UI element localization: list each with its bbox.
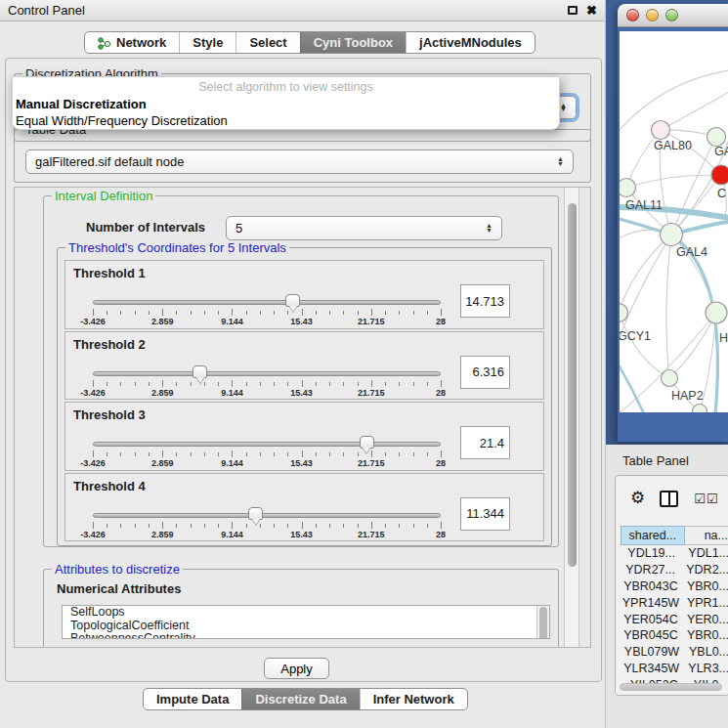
table-row[interactable]: YBR045CYBR0... <box>621 627 728 644</box>
thresholds-group-label: Threshold's Coordinates for 5 Intervals <box>65 240 289 255</box>
apply-button[interactable]: Apply <box>264 658 329 679</box>
tab-network[interactable]: Network <box>85 32 179 53</box>
cell-shared-name[interactable]: YER054C <box>621 613 681 626</box>
tab-label: Cyni Toolbox <box>314 35 393 50</box>
attribute-item[interactable]: BetweennessCentrality <box>63 632 549 639</box>
table-row[interactable]: YBR043CYBR0... <box>621 578 728 595</box>
network-node-unlabeled[interactable] <box>693 405 707 413</box>
tab-select[interactable]: Select <box>236 32 299 53</box>
tab-label: Select <box>249 35 286 50</box>
threshold-2-value-field[interactable]: 6.316 <box>460 356 510 389</box>
settings-scroll-area: Interval Definition Number of Intervals … <box>14 187 591 648</box>
threshold-3-value-field[interactable]: 21.4 <box>460 426 510 459</box>
tab-discretize-data[interactable]: Discretize Data <box>241 689 359 709</box>
column-header-shared-name[interactable]: shared... <box>621 526 685 545</box>
tab-impute-data[interactable]: Impute Data <box>144 689 241 709</box>
slider-handle[interactable] <box>285 294 300 307</box>
close-icon[interactable]: ✖ <box>586 5 597 17</box>
zoom-traffic-light[interactable] <box>665 9 678 21</box>
threshold-1-slider[interactable]: -3.4262.8599.14415.4321.71528 <box>93 296 441 329</box>
float-window-icon[interactable] <box>568 6 578 15</box>
slider-track[interactable] <box>93 371 441 376</box>
close-traffic-light[interactable] <box>626 9 639 21</box>
network-view-window[interactable]: GAL80GACGAL11GAL4GCY1HHAP2 <box>618 4 728 442</box>
table-row[interactable]: YDL19...YDL1... <box>621 545 728 562</box>
attribute-item[interactable]: SelfLoops <box>63 606 549 620</box>
thresholds-group: Threshold's Coordinates for 5 Intervals … <box>57 247 552 546</box>
cell-shared-name[interactable]: YLR345W <box>621 662 682 675</box>
cell-shared-name[interactable]: YDR27... <box>621 563 680 577</box>
gear-icon[interactable]: ⚙ <box>630 490 645 507</box>
algorithm-option-2[interactable]: Equal Width/Frequency Discretization <box>13 112 559 129</box>
table-row[interactable]: YPR145WYPR1... <box>621 594 728 611</box>
cell-name[interactable]: YDR2... <box>680 563 728 577</box>
cell-shared-name[interactable]: YDL19... <box>621 546 682 560</box>
slider-track[interactable] <box>93 513 441 518</box>
checkbox-icons[interactable]: ☑☑ <box>694 492 718 506</box>
cell-shared-name[interactable]: YBR043C <box>621 579 681 593</box>
cell-name[interactable]: YER0... <box>681 613 728 626</box>
column-layout-icon[interactable] <box>660 491 678 507</box>
cell-name[interactable]: YLR3... <box>682 662 728 675</box>
network-edge[interactable] <box>620 235 671 313</box>
tab-infer-network[interactable]: Infer Network <box>360 689 467 709</box>
network-edge[interactable] <box>666 235 671 378</box>
column-header-name[interactable]: na... <box>685 526 728 545</box>
minimize-traffic-light[interactable] <box>646 9 659 21</box>
threshold-1-value-field[interactable]: 14.713 <box>460 284 510 318</box>
network-node-h[interactable] <box>706 302 727 323</box>
network-edge[interactable] <box>620 70 728 137</box>
threshold-4-value-field[interactable]: 11.344 <box>460 497 510 531</box>
tab-cyni-toolbox[interactable]: Cyni Toolbox <box>300 32 406 53</box>
network-canvas[interactable]: GAL80GACGAL11GAL4GCY1HHAP2 <box>620 31 728 412</box>
algorithm-option-1[interactable]: Manual Discretization <box>13 96 559 112</box>
threshold-3-slider[interactable]: -3.4262.8599.14415.4321.71528 <box>93 438 441 471</box>
network-node-gal4[interactable] <box>661 224 683 246</box>
numerical-attributes-list[interactable]: SelfLoopsTopologicalCoefficientBetweenne… <box>62 605 550 639</box>
table-data-combobox[interactable]: galFiltered.sif default node ▲▼ <box>25 150 574 174</box>
network-window-titlebar <box>618 4 728 27</box>
tab-jactivemnodules[interactable]: jActiveMNodules <box>406 32 535 53</box>
slider-handle[interactable] <box>248 507 263 520</box>
network-node-gal11[interactable] <box>620 179 636 197</box>
attributes-scrollbar[interactable] <box>536 606 549 638</box>
slider-handle[interactable] <box>193 365 207 378</box>
table-panel: Table Panel ⚙ ☑☑ shared... na... YDL19..… <box>606 445 728 728</box>
cell-shared-name[interactable]: YBR045C <box>621 628 681 642</box>
table-row[interactable]: YER054CYER0... <box>621 611 728 627</box>
cell-name[interactable]: YPR1... <box>681 596 728 610</box>
table-row[interactable]: YLR345WYLR3... <box>621 661 728 677</box>
network-edge[interactable] <box>620 313 669 378</box>
slider-ticks <box>93 522 441 530</box>
top-tab-bar: NetworkStyleSelectCyni ToolboxjActiveMNo… <box>84 31 535 54</box>
network-node-c[interactable] <box>711 165 728 185</box>
network-node-label: HAP2 <box>671 389 704 403</box>
cell-name[interactable]: YDL1... <box>682 546 728 560</box>
network-edge[interactable] <box>661 92 728 130</box>
scrollbar-thumb[interactable] <box>568 203 577 567</box>
algorithm-prompt-item[interactable]: Select algorithm to view settings <box>13 77 559 96</box>
attribute-item[interactable]: TopologicalCoefficient <box>63 620 549 633</box>
cell-name[interactable]: YBL0... <box>683 645 728 659</box>
slider-handle[interactable] <box>360 436 374 449</box>
cell-name[interactable]: YBR0... <box>681 628 728 642</box>
table-row[interactable]: YBL079WYBL0... <box>621 644 728 661</box>
slider-track[interactable] <box>93 442 441 447</box>
threshold-4-label: Threshold 4 <box>73 479 146 493</box>
threshold-2-slider[interactable]: -3.4262.8599.14415.4321.71528 <box>93 367 441 401</box>
network-node-ga[interactable] <box>707 128 726 147</box>
network-node-hap2[interactable] <box>662 370 678 387</box>
network-edge[interactable] <box>620 235 671 368</box>
network-node-gal80[interactable] <box>652 121 670 140</box>
slider-track[interactable] <box>93 300 441 305</box>
num-intervals-combobox[interactable]: 5 ▲▼ <box>226 216 502 240</box>
network-edge-highlighted[interactable] <box>620 354 647 412</box>
cell-shared-name[interactable]: YPR145W <box>621 596 681 610</box>
table-row[interactable]: YDR27...YDR2... <box>621 562 728 578</box>
table-horizontal-scrollbar[interactable] <box>620 683 722 691</box>
threshold-4-slider[interactable]: -3.4262.8599.14415.4321.71528 <box>93 509 441 542</box>
settings-vertical-scrollbar[interactable] <box>564 188 579 647</box>
tab-style[interactable]: Style <box>179 32 236 53</box>
cell-shared-name[interactable]: YBL079W <box>621 645 683 659</box>
cell-name[interactable]: YBR0... <box>681 579 728 593</box>
